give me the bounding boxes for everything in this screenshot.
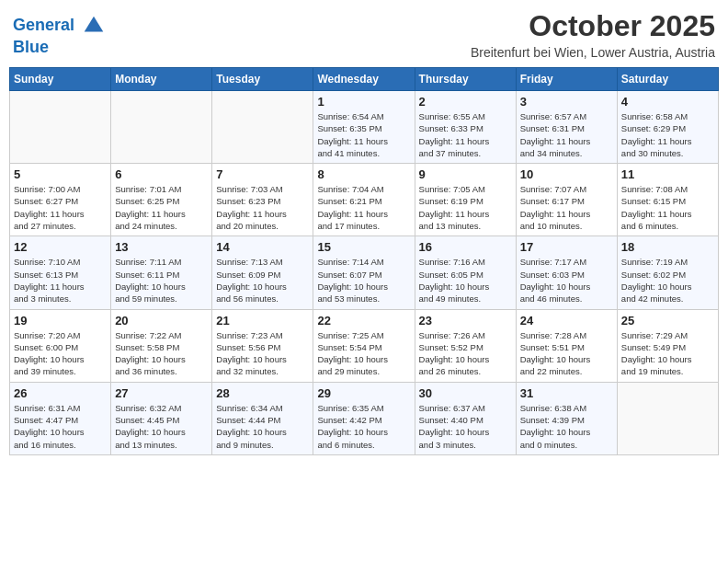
- calendar-cell: 19Sunrise: 7:20 AM Sunset: 6:00 PM Dayli…: [10, 309, 111, 382]
- calendar-cell: 17Sunrise: 7:17 AM Sunset: 6:03 PM Dayli…: [516, 236, 617, 309]
- day-info: Sunrise: 7:11 AM Sunset: 6:11 PM Dayligh…: [115, 256, 208, 304]
- day-number: 7: [216, 167, 309, 181]
- day-number: 30: [419, 386, 512, 400]
- calendar-cell: [617, 382, 718, 454]
- day-number: 26: [14, 386, 107, 400]
- svg-marker-0: [85, 17, 104, 32]
- day-info: Sunrise: 6:57 AM Sunset: 6:31 PM Dayligh…: [520, 110, 613, 159]
- calendar-cell: 15Sunrise: 7:14 AM Sunset: 6:07 PM Dayli…: [313, 236, 415, 309]
- calendar-cell: 22Sunrise: 7:25 AM Sunset: 5:54 PM Dayli…: [313, 309, 415, 382]
- day-number: 15: [317, 240, 410, 254]
- day-info: Sunrise: 7:25 AM Sunset: 5:54 PM Dayligh…: [317, 329, 410, 378]
- day-info: Sunrise: 7:01 AM Sunset: 6:25 PM Dayligh…: [115, 183, 208, 232]
- day-info: Sunrise: 7:17 AM Sunset: 6:03 PM Dayligh…: [520, 256, 613, 304]
- calendar-cell: 23Sunrise: 7:26 AM Sunset: 5:52 PM Dayli…: [415, 309, 516, 382]
- day-info: Sunrise: 7:05 AM Sunset: 6:19 PM Dayligh…: [419, 183, 512, 232]
- calendar-table: SundayMondayTuesdayWednesdayThursdayFrid…: [9, 67, 719, 455]
- logo-blue: Blue: [13, 39, 107, 57]
- calendar-cell: 18Sunrise: 7:19 AM Sunset: 6:02 PM Dayli…: [617, 236, 718, 309]
- calendar-cell: 10Sunrise: 7:07 AM Sunset: 6:17 PM Dayli…: [516, 164, 617, 236]
- day-info: Sunrise: 7:03 AM Sunset: 6:23 PM Dayligh…: [216, 183, 309, 232]
- day-number: 20: [115, 314, 208, 327]
- day-header-thursday: Thursday: [415, 68, 516, 91]
- calendar-cell: 30Sunrise: 6:37 AM Sunset: 4:40 PM Dayli…: [415, 382, 516, 454]
- calendar-cell: 16Sunrise: 7:16 AM Sunset: 6:05 PM Dayli…: [415, 236, 516, 309]
- calendar-cell: 5Sunrise: 7:00 AM Sunset: 6:27 PM Daylig…: [10, 164, 111, 236]
- day-number: 14: [216, 240, 309, 254]
- day-info: Sunrise: 6:54 AM Sunset: 6:35 PM Dayligh…: [317, 110, 410, 159]
- day-header-saturday: Saturday: [617, 68, 718, 91]
- day-info: Sunrise: 7:14 AM Sunset: 6:07 PM Dayligh…: [317, 256, 410, 304]
- calendar-cell: 11Sunrise: 7:08 AM Sunset: 6:15 PM Dayli…: [617, 164, 718, 236]
- calendar-cell: 26Sunrise: 6:31 AM Sunset: 4:47 PM Dayli…: [10, 382, 111, 454]
- day-number: 25: [621, 314, 714, 327]
- calendar-cell: 7Sunrise: 7:03 AM Sunset: 6:23 PM Daylig…: [212, 164, 313, 236]
- day-info: Sunrise: 7:16 AM Sunset: 6:05 PM Dayligh…: [419, 256, 512, 304]
- week-row-3: 12Sunrise: 7:10 AM Sunset: 6:13 PM Dayli…: [10, 236, 719, 309]
- day-number: 29: [317, 386, 410, 400]
- calendar-cell: [111, 91, 212, 164]
- day-info: Sunrise: 6:37 AM Sunset: 4:40 PM Dayligh…: [419, 402, 512, 451]
- day-info: Sunrise: 7:08 AM Sunset: 6:15 PM Dayligh…: [621, 183, 714, 232]
- day-header-monday: Monday: [111, 68, 212, 91]
- day-info: Sunrise: 6:32 AM Sunset: 4:45 PM Dayligh…: [115, 402, 208, 451]
- day-info: Sunrise: 7:13 AM Sunset: 6:09 PM Dayligh…: [216, 256, 309, 304]
- calendar-cell: 12Sunrise: 7:10 AM Sunset: 6:13 PM Dayli…: [10, 236, 111, 309]
- calendar-cell: 8Sunrise: 7:04 AM Sunset: 6:21 PM Daylig…: [313, 164, 415, 236]
- day-info: Sunrise: 7:10 AM Sunset: 6:13 PM Dayligh…: [14, 256, 107, 304]
- day-number: 18: [621, 240, 714, 254]
- page-header: General Blue October 2025 Breitenfurt be…: [9, 9, 719, 60]
- day-info: Sunrise: 6:38 AM Sunset: 4:39 PM Dayligh…: [520, 402, 613, 451]
- day-number: 10: [520, 167, 613, 181]
- day-info: Sunrise: 7:23 AM Sunset: 5:56 PM Dayligh…: [216, 329, 309, 378]
- day-number: 3: [520, 95, 613, 109]
- day-number: 2: [419, 95, 512, 109]
- calendar-cell: 4Sunrise: 6:58 AM Sunset: 6:29 PM Daylig…: [617, 91, 718, 164]
- calendar-cell: 25Sunrise: 7:29 AM Sunset: 5:49 PM Dayli…: [617, 309, 718, 382]
- calendar-cell: 20Sunrise: 7:22 AM Sunset: 5:58 PM Dayli…: [111, 309, 212, 382]
- day-number: 23: [419, 314, 512, 327]
- logo: General Blue: [13, 13, 107, 57]
- day-info: Sunrise: 6:31 AM Sunset: 4:47 PM Dayligh…: [14, 402, 107, 451]
- logo-text: General: [13, 13, 107, 39]
- day-number: 27: [115, 386, 208, 400]
- day-number: 19: [14, 314, 107, 327]
- day-number: 24: [520, 314, 613, 327]
- day-info: Sunrise: 6:35 AM Sunset: 4:42 PM Dayligh…: [317, 402, 410, 451]
- day-number: 13: [115, 240, 208, 254]
- day-info: Sunrise: 7:22 AM Sunset: 5:58 PM Dayligh…: [115, 329, 208, 378]
- day-info: Sunrise: 6:58 AM Sunset: 6:29 PM Dayligh…: [621, 110, 714, 159]
- day-number: 9: [419, 167, 512, 181]
- calendar-cell: 29Sunrise: 6:35 AM Sunset: 4:42 PM Dayli…: [313, 382, 415, 454]
- calendar-cell: 3Sunrise: 6:57 AM Sunset: 6:31 PM Daylig…: [516, 91, 617, 164]
- day-info: Sunrise: 7:26 AM Sunset: 5:52 PM Dayligh…: [419, 329, 512, 378]
- day-info: Sunrise: 7:04 AM Sunset: 6:21 PM Dayligh…: [317, 183, 410, 232]
- day-info: Sunrise: 7:29 AM Sunset: 5:49 PM Dayligh…: [621, 329, 714, 378]
- calendar-cell: 6Sunrise: 7:01 AM Sunset: 6:25 PM Daylig…: [111, 164, 212, 236]
- calendar-cell: [10, 91, 111, 164]
- day-number: 1: [317, 95, 410, 109]
- day-number: 4: [621, 95, 714, 109]
- calendar-cell: [212, 91, 313, 164]
- day-number: 5: [14, 167, 107, 181]
- week-row-5: 26Sunrise: 6:31 AM Sunset: 4:47 PM Dayli…: [10, 382, 719, 454]
- day-header-tuesday: Tuesday: [212, 68, 313, 91]
- month-title: October 2025: [471, 9, 715, 43]
- calendar-cell: 21Sunrise: 7:23 AM Sunset: 5:56 PM Dayli…: [212, 309, 313, 382]
- calendar-header-row: SundayMondayTuesdayWednesdayThursdayFrid…: [10, 68, 719, 91]
- week-row-1: 1Sunrise: 6:54 AM Sunset: 6:35 PM Daylig…: [10, 91, 719, 164]
- day-info: Sunrise: 7:28 AM Sunset: 5:51 PM Dayligh…: [520, 329, 613, 378]
- day-info: Sunrise: 6:55 AM Sunset: 6:33 PM Dayligh…: [419, 110, 512, 159]
- day-info: Sunrise: 6:34 AM Sunset: 4:44 PM Dayligh…: [216, 402, 309, 451]
- day-number: 11: [621, 167, 714, 181]
- day-number: 12: [14, 240, 107, 254]
- calendar-cell: 14Sunrise: 7:13 AM Sunset: 6:09 PM Dayli…: [212, 236, 313, 309]
- week-row-4: 19Sunrise: 7:20 AM Sunset: 6:00 PM Dayli…: [10, 309, 719, 382]
- location-title: Breitenfurt bei Wien, Lower Austria, Aus…: [471, 45, 715, 60]
- day-number: 6: [115, 167, 208, 181]
- day-info: Sunrise: 7:07 AM Sunset: 6:17 PM Dayligh…: [520, 183, 613, 232]
- day-number: 31: [520, 386, 613, 400]
- day-number: 8: [317, 167, 410, 181]
- day-info: Sunrise: 7:20 AM Sunset: 6:00 PM Dayligh…: [14, 329, 107, 378]
- calendar-cell: 27Sunrise: 6:32 AM Sunset: 4:45 PM Dayli…: [111, 382, 212, 454]
